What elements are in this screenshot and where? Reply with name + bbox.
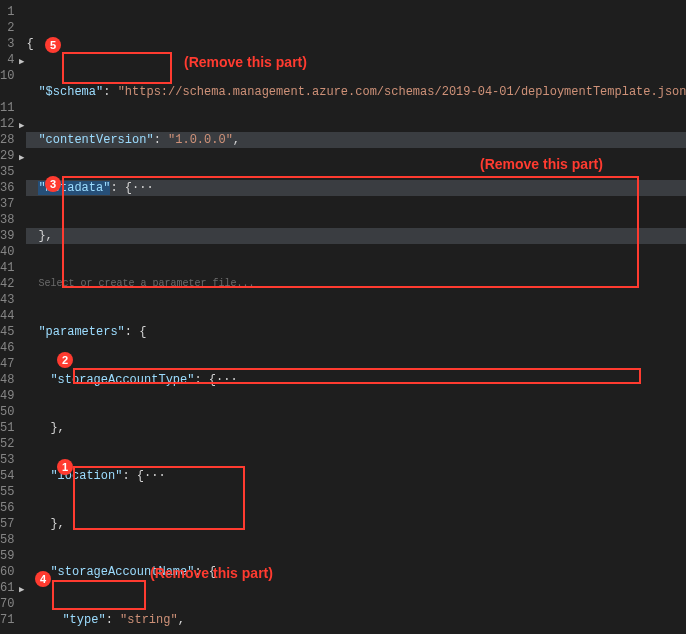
line-number: 59 [0, 548, 14, 564]
fold-chevron-icon[interactable]: ▶ [19, 54, 24, 70]
line-number: 47 [0, 356, 14, 372]
fold-chevron-icon[interactable]: ▶ [19, 150, 24, 166]
line-number: 46 [0, 340, 14, 356]
line-number: 43 [0, 292, 14, 308]
code-line[interactable]: "metadata": {··· [26, 180, 686, 196]
line-number: 1 [0, 4, 14, 20]
code-line[interactable]: }, [26, 228, 686, 244]
line-number: 3 [0, 36, 14, 52]
code-line[interactable]: "storageAccountType": {··· [26, 372, 686, 388]
line-number: 70 [0, 596, 14, 612]
line-number: 41 [0, 260, 14, 276]
line-number [0, 84, 14, 100]
code-area[interactable]: { "$schema": "https://schema.management.… [26, 0, 686, 634]
code-editor[interactable]: 1 2 3 4▶ 10 11 12▶ 28 29▶ 35 36 37 38 39… [0, 0, 686, 634]
line-number: 10 [0, 68, 14, 84]
line-number: 29▶ [0, 148, 14, 164]
line-number: 39 [0, 228, 14, 244]
line-number: 71 [0, 612, 14, 628]
line-number: 52 [0, 436, 14, 452]
line-number: 54 [0, 468, 14, 484]
line-number: 45 [0, 324, 14, 340]
code-line[interactable]: { [26, 36, 686, 52]
line-number: 61▶ [0, 580, 14, 596]
line-number: 4▶ [0, 52, 14, 68]
line-number: 60 [0, 564, 14, 580]
line-number: 44 [0, 308, 14, 324]
line-number: 58 [0, 532, 14, 548]
line-number: 35 [0, 164, 14, 180]
line-number: 51 [0, 420, 14, 436]
code-line[interactable]: "type": "string", [26, 612, 686, 628]
line-number: 55 [0, 484, 14, 500]
fold-chevron-icon[interactable]: ▶ [19, 118, 24, 134]
line-number: 28 [0, 132, 14, 148]
line-number: 40 [0, 244, 14, 260]
line-number: 50 [0, 404, 14, 420]
code-line[interactable]: "parameters": { [26, 324, 686, 340]
code-line[interactable]: "storageAccountName": { [26, 564, 686, 580]
code-line[interactable]: "location": {··· [26, 468, 686, 484]
line-number: 11 [0, 100, 14, 116]
line-number: 56 [0, 500, 14, 516]
code-line[interactable]: "contentVersion": "1.0.0.0", [26, 132, 686, 148]
line-number: 48 [0, 372, 14, 388]
line-number: 38 [0, 212, 14, 228]
line-number: 12▶ [0, 116, 14, 132]
fold-chevron-icon[interactable]: ▶ [19, 582, 24, 598]
line-number: 37 [0, 196, 14, 212]
line-number: 36 [0, 180, 14, 196]
line-number-gutter: 1 2 3 4▶ 10 11 12▶ 28 29▶ 35 36 37 38 39… [0, 0, 26, 634]
code-line[interactable]: }, [26, 516, 686, 532]
param-file-hint[interactable]: Select or create a parameter file... [26, 276, 686, 292]
code-line[interactable]: }, [26, 420, 686, 436]
code-line[interactable]: "$schema": "https://schema.management.az… [26, 84, 686, 100]
line-number: 2 [0, 20, 14, 36]
line-number: 49 [0, 388, 14, 404]
line-number: 53 [0, 452, 14, 468]
line-number: 42 [0, 276, 14, 292]
line-number: 57 [0, 516, 14, 532]
